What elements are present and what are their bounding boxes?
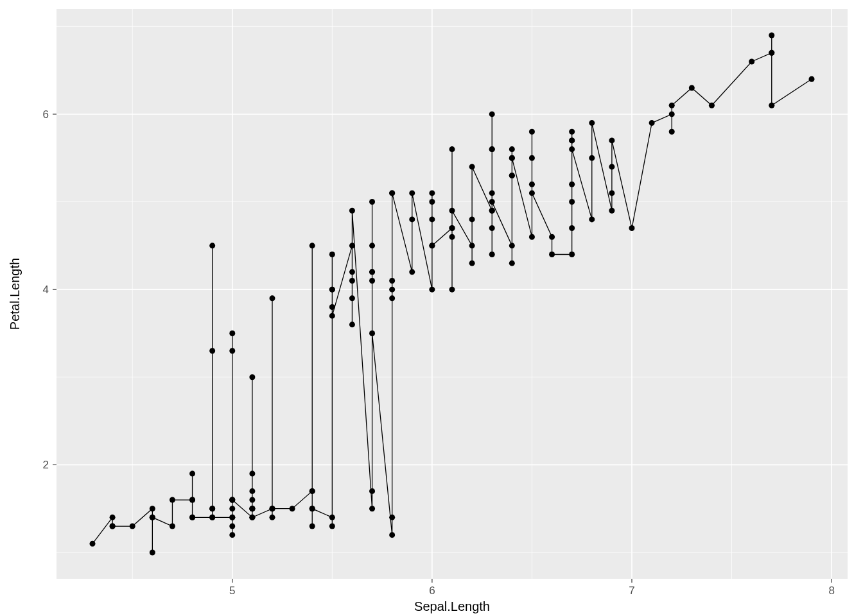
data-point	[609, 137, 615, 143]
data-point	[429, 190, 435, 196]
data-point	[170, 497, 175, 503]
data-point	[189, 515, 195, 520]
data-point	[589, 120, 595, 126]
data-point	[529, 234, 535, 240]
data-point	[369, 269, 375, 275]
data-point	[429, 243, 435, 248]
data-point	[229, 506, 235, 511]
data-point	[110, 524, 116, 529]
data-point	[329, 524, 335, 529]
data-point	[389, 532, 395, 538]
data-point	[369, 243, 375, 248]
data-point	[469, 164, 475, 169]
data-point	[809, 76, 815, 82]
data-point	[369, 278, 375, 284]
data-point	[569, 199, 575, 205]
data-point	[349, 208, 355, 214]
data-point	[150, 515, 155, 520]
data-point	[549, 234, 555, 240]
data-point	[629, 225, 635, 231]
data-point	[569, 182, 575, 187]
data-point	[150, 550, 155, 556]
y-tick-label: 6	[43, 108, 49, 121]
data-point	[209, 243, 215, 248]
data-point	[489, 146, 495, 152]
data-point	[769, 103, 774, 108]
data-point	[349, 278, 355, 284]
data-point	[349, 269, 355, 275]
data-point	[529, 190, 535, 196]
data-point	[229, 330, 235, 336]
data-point	[489, 190, 495, 196]
data-point	[569, 129, 575, 135]
data-point	[229, 524, 235, 529]
data-point	[609, 208, 615, 214]
data-point	[209, 515, 215, 520]
data-point	[389, 190, 395, 196]
data-point	[189, 471, 195, 477]
data-point	[669, 129, 675, 135]
data-point	[509, 243, 515, 248]
data-point	[249, 515, 255, 520]
data-point	[369, 506, 375, 511]
y-tick-label: 2	[43, 459, 49, 471]
axes: 5678246Sepal.LengthPetal.Length	[8, 108, 835, 613]
data-point	[489, 199, 495, 205]
data-point	[409, 190, 415, 196]
data-point	[529, 182, 535, 187]
data-point	[429, 216, 435, 222]
scatter-line-chart: 5678246Sepal.LengthPetal.Length	[0, 0, 863, 616]
data-point	[170, 524, 175, 529]
data-point	[409, 216, 415, 222]
data-point	[209, 348, 215, 354]
data-point	[569, 137, 575, 143]
data-point	[130, 524, 135, 529]
data-point	[489, 252, 495, 257]
data-point	[449, 146, 455, 152]
data-point	[429, 287, 435, 293]
x-tick-label: 5	[229, 585, 235, 597]
data-point	[749, 58, 754, 64]
data-point	[449, 208, 455, 214]
data-point	[369, 488, 375, 494]
data-point	[489, 111, 495, 117]
data-point	[389, 278, 395, 284]
data-point	[249, 374, 255, 380]
data-point	[349, 321, 355, 327]
data-point	[509, 173, 515, 178]
data-point	[649, 120, 655, 126]
data-point	[309, 506, 315, 511]
data-point	[249, 488, 255, 494]
data-point	[249, 497, 255, 503]
data-point	[90, 541, 96, 547]
data-point	[689, 85, 695, 90]
x-tick-label: 7	[629, 585, 634, 597]
data-point	[489, 225, 495, 231]
data-point	[409, 269, 415, 275]
data-point	[429, 199, 435, 205]
data-point	[469, 243, 475, 248]
x-axis-label: Sepal.Length	[414, 599, 490, 613]
data-point	[569, 146, 575, 152]
data-point	[249, 506, 255, 511]
data-point	[589, 216, 595, 222]
data-point	[609, 190, 615, 196]
data-point	[569, 225, 575, 231]
series-points	[90, 32, 815, 555]
data-point	[249, 471, 255, 477]
data-point	[389, 287, 395, 293]
data-point	[229, 515, 235, 520]
data-point	[290, 506, 295, 511]
data-point	[389, 515, 395, 520]
data-point	[189, 497, 195, 503]
data-point	[150, 506, 155, 511]
data-point	[589, 155, 595, 161]
data-point	[369, 330, 375, 336]
data-point	[229, 497, 235, 503]
data-point	[489, 208, 495, 214]
series-line	[92, 35, 812, 552]
data-point	[349, 295, 355, 301]
data-point	[449, 287, 455, 293]
data-point	[509, 155, 515, 161]
data-point	[309, 488, 315, 494]
